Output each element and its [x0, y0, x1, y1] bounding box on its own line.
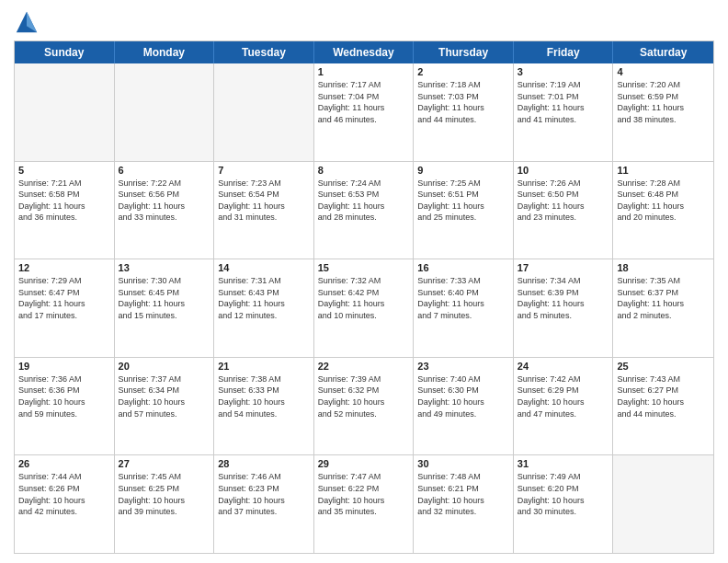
day-cell: 20Sunrise: 7:37 AM Sunset: 6:34 PM Dayli…: [115, 358, 215, 455]
day-info: Sunrise: 7:31 AM Sunset: 6:43 PM Dayligh…: [218, 275, 310, 321]
day-cell: 18Sunrise: 7:35 AM Sunset: 6:37 PM Dayli…: [613, 259, 713, 357]
day-cell: 21Sunrise: 7:38 AM Sunset: 6:33 PM Dayli…: [214, 358, 314, 455]
day-info: Sunrise: 7:25 AM Sunset: 6:51 PM Dayligh…: [417, 178, 509, 224]
day-info: Sunrise: 7:20 AM Sunset: 6:59 PM Dayligh…: [617, 79, 710, 125]
day-cell: 24Sunrise: 7:42 AM Sunset: 6:29 PM Dayli…: [514, 358, 614, 455]
day-number: 22: [318, 361, 410, 372]
day-cell: 29Sunrise: 7:47 AM Sunset: 6:22 PM Dayli…: [314, 455, 415, 553]
day-number: 8: [318, 165, 410, 176]
day-header: Sunday: [15, 41, 115, 63]
day-number: 10: [518, 165, 609, 176]
day-number: 19: [18, 361, 110, 372]
day-info: Sunrise: 7:30 AM Sunset: 6:45 PM Dayligh…: [119, 275, 210, 321]
day-cell: 8Sunrise: 7:24 AM Sunset: 6:53 PM Daylig…: [314, 162, 415, 259]
logo-icon: [14, 9, 40, 35]
day-number: 28: [218, 458, 310, 469]
day-info: Sunrise: 7:47 AM Sunset: 6:22 PM Dayligh…: [318, 471, 410, 517]
day-cell: [214, 63, 314, 161]
day-number: 18: [617, 262, 710, 273]
day-info: Sunrise: 7:29 AM Sunset: 6:47 PM Dayligh…: [18, 275, 110, 321]
day-number: 25: [617, 361, 710, 372]
day-number: 31: [518, 458, 609, 469]
day-cell: 10Sunrise: 7:26 AM Sunset: 6:50 PM Dayli…: [514, 162, 614, 259]
day-info: Sunrise: 7:40 AM Sunset: 6:30 PM Dayligh…: [417, 373, 509, 419]
day-cell: 23Sunrise: 7:40 AM Sunset: 6:30 PM Dayli…: [414, 358, 514, 455]
week-row: 19Sunrise: 7:36 AM Sunset: 6:36 PM Dayli…: [15, 357, 713, 455]
day-cell: 16Sunrise: 7:33 AM Sunset: 6:40 PM Dayli…: [414, 259, 514, 357]
day-number: 24: [518, 361, 609, 372]
day-info: Sunrise: 7:33 AM Sunset: 6:40 PM Dayligh…: [417, 275, 509, 321]
day-number: 1: [318, 66, 410, 77]
day-info: Sunrise: 7:32 AM Sunset: 6:42 PM Dayligh…: [318, 275, 410, 321]
day-info: Sunrise: 7:28 AM Sunset: 6:48 PM Dayligh…: [617, 178, 710, 224]
day-number: 15: [318, 262, 410, 273]
day-number: 12: [18, 262, 110, 273]
day-number: 6: [119, 165, 210, 176]
day-info: Sunrise: 7:46 AM Sunset: 6:23 PM Dayligh…: [218, 471, 310, 517]
day-cell: 14Sunrise: 7:31 AM Sunset: 6:43 PM Dayli…: [214, 259, 314, 357]
day-cell: 15Sunrise: 7:32 AM Sunset: 6:42 PM Dayli…: [314, 259, 415, 357]
day-info: Sunrise: 7:42 AM Sunset: 6:29 PM Dayligh…: [518, 373, 609, 419]
day-number: 7: [218, 165, 310, 176]
day-cell: 28Sunrise: 7:46 AM Sunset: 6:23 PM Dayli…: [214, 455, 314, 553]
week-row: 1Sunrise: 7:17 AM Sunset: 7:04 PM Daylig…: [15, 63, 713, 161]
day-number: 3: [518, 66, 609, 77]
day-number: 20: [119, 361, 210, 372]
day-info: Sunrise: 7:19 AM Sunset: 7:01 PM Dayligh…: [518, 79, 609, 125]
day-header: Monday: [115, 41, 215, 63]
day-cell: [115, 63, 215, 161]
day-number: 13: [119, 262, 210, 273]
day-number: 9: [417, 165, 509, 176]
day-cell: 4Sunrise: 7:20 AM Sunset: 6:59 PM Daylig…: [613, 63, 713, 161]
day-cell: 6Sunrise: 7:22 AM Sunset: 6:56 PM Daylig…: [115, 162, 215, 259]
day-number: 5: [18, 165, 110, 176]
day-info: Sunrise: 7:21 AM Sunset: 6:58 PM Dayligh…: [18, 178, 110, 224]
page: SundayMondayTuesdayWednesdayThursdayFrid…: [0, 0, 728, 563]
day-info: Sunrise: 7:49 AM Sunset: 6:20 PM Dayligh…: [518, 471, 609, 517]
calendar-body: 1Sunrise: 7:17 AM Sunset: 7:04 PM Daylig…: [15, 63, 713, 553]
day-cell: 22Sunrise: 7:39 AM Sunset: 6:32 PM Dayli…: [314, 358, 415, 455]
day-number: 4: [617, 66, 710, 77]
day-cell: 7Sunrise: 7:23 AM Sunset: 6:54 PM Daylig…: [214, 162, 314, 259]
day-cell: 2Sunrise: 7:18 AM Sunset: 7:03 PM Daylig…: [414, 63, 514, 161]
day-headers: SundayMondayTuesdayWednesdayThursdayFrid…: [15, 41, 713, 63]
day-info: Sunrise: 7:34 AM Sunset: 6:39 PM Dayligh…: [518, 275, 609, 321]
day-number: 21: [218, 361, 310, 372]
week-row: 26Sunrise: 7:44 AM Sunset: 6:26 PM Dayli…: [15, 454, 713, 553]
week-row: 12Sunrise: 7:29 AM Sunset: 6:47 PM Dayli…: [15, 259, 713, 357]
day-info: Sunrise: 7:48 AM Sunset: 6:21 PM Dayligh…: [417, 471, 509, 517]
day-info: Sunrise: 7:43 AM Sunset: 6:27 PM Dayligh…: [617, 373, 710, 419]
day-cell: 11Sunrise: 7:28 AM Sunset: 6:48 PM Dayli…: [613, 162, 713, 259]
day-info: Sunrise: 7:17 AM Sunset: 7:04 PM Dayligh…: [318, 79, 410, 125]
day-number: 16: [417, 262, 509, 273]
day-info: Sunrise: 7:22 AM Sunset: 6:56 PM Dayligh…: [119, 178, 210, 224]
day-info: Sunrise: 7:36 AM Sunset: 6:36 PM Dayligh…: [18, 373, 110, 419]
week-row: 5Sunrise: 7:21 AM Sunset: 6:58 PM Daylig…: [15, 161, 713, 259]
day-cell: 1Sunrise: 7:17 AM Sunset: 7:04 PM Daylig…: [314, 63, 415, 161]
day-header: Saturday: [613, 41, 713, 63]
day-cell: 17Sunrise: 7:34 AM Sunset: 6:39 PM Dayli…: [514, 259, 614, 357]
header: [14, 9, 714, 35]
day-number: 11: [617, 165, 710, 176]
day-header: Tuesday: [214, 41, 314, 63]
day-cell: 13Sunrise: 7:30 AM Sunset: 6:45 PM Dayli…: [115, 259, 215, 357]
day-cell: 9Sunrise: 7:25 AM Sunset: 6:51 PM Daylig…: [414, 162, 514, 259]
day-cell: [15, 63, 115, 161]
day-cell: 31Sunrise: 7:49 AM Sunset: 6:20 PM Dayli…: [514, 455, 614, 553]
day-cell: 27Sunrise: 7:45 AM Sunset: 6:25 PM Dayli…: [115, 455, 215, 553]
day-cell: 26Sunrise: 7:44 AM Sunset: 6:26 PM Dayli…: [15, 455, 115, 553]
day-cell: 5Sunrise: 7:21 AM Sunset: 6:58 PM Daylig…: [15, 162, 115, 259]
day-info: Sunrise: 7:23 AM Sunset: 6:54 PM Dayligh…: [218, 178, 310, 224]
day-number: 17: [518, 262, 609, 273]
day-number: 27: [119, 458, 210, 469]
day-header: Wednesday: [314, 41, 415, 63]
day-number: 30: [417, 458, 509, 469]
day-cell: 25Sunrise: 7:43 AM Sunset: 6:27 PM Dayli…: [613, 358, 713, 455]
calendar: SundayMondayTuesdayWednesdayThursdayFrid…: [14, 40, 714, 554]
day-info: Sunrise: 7:35 AM Sunset: 6:37 PM Dayligh…: [617, 275, 710, 321]
day-info: Sunrise: 7:24 AM Sunset: 6:53 PM Dayligh…: [318, 178, 410, 224]
day-number: 14: [218, 262, 310, 273]
day-header: Thursday: [414, 41, 514, 63]
day-info: Sunrise: 7:38 AM Sunset: 6:33 PM Dayligh…: [218, 373, 310, 419]
day-info: Sunrise: 7:37 AM Sunset: 6:34 PM Dayligh…: [119, 373, 210, 419]
